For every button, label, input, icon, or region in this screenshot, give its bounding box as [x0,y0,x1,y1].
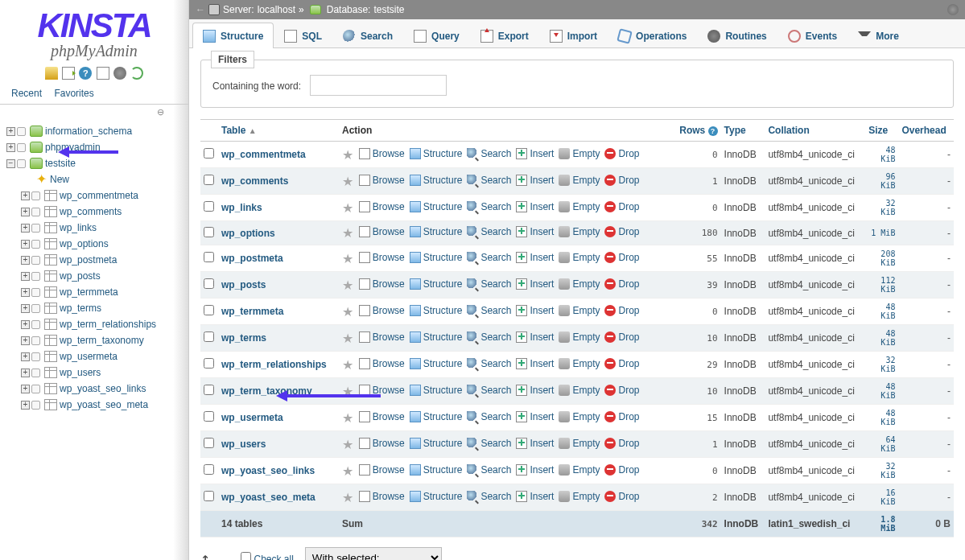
browse-action[interactable]: Browse [359,278,405,290]
insert-action[interactable]: Insert [516,491,554,502]
row-checkbox[interactable] [204,175,214,185]
favorite-star[interactable]: ★ [342,148,353,162]
col-collation[interactable]: Collation [765,120,865,142]
favorite-star[interactable]: ★ [342,464,353,478]
tab-operations[interactable]: Operations [608,23,697,48]
structure-action[interactable]: Structure [410,331,463,343]
tree-table-node[interactable]: +wp_yoast_seo_meta [5,397,188,413]
insert-action[interactable]: Insert [516,464,554,476]
favorite-star[interactable]: ★ [342,438,353,451]
collapse-icon[interactable]: − [6,159,15,168]
favorite-star[interactable]: ★ [342,305,353,319]
expand-icon[interactable]: + [21,320,30,329]
drop-action[interactable]: Drop [604,226,639,237]
page-settings-icon[interactable] [947,4,959,15]
insert-action[interactable]: Insert [516,331,554,343]
search-action[interactable]: Search [467,278,511,290]
col-overhead[interactable]: Overhead [898,120,954,142]
search-action[interactable]: Search [467,252,511,263]
tree-table-node[interactable]: +wp_usermeta [5,348,188,364]
table-name-link[interactable]: wp_termmeta [221,306,283,317]
db-node-testsite[interactable]: − testsite [5,155,188,171]
drop-action[interactable]: Drop [604,278,639,290]
col-size[interactable]: Size [865,120,898,142]
drop-action[interactable]: Drop [604,385,639,396]
structure-action[interactable]: Structure [410,201,463,212]
expand-icon[interactable]: + [21,191,30,200]
empty-action[interactable]: Empty [559,438,600,449]
insert-action[interactable]: Insert [516,385,554,396]
empty-action[interactable]: Empty [559,252,600,263]
search-action[interactable]: Search [467,438,511,449]
row-checkbox[interactable] [204,438,214,448]
expand-icon[interactable]: + [21,352,30,361]
expand-icon[interactable]: + [6,127,15,136]
structure-action[interactable]: Structure [410,305,463,316]
row-checkbox[interactable] [204,148,214,159]
structure-action[interactable]: Structure [410,491,463,502]
tree-table-node[interactable]: +wp_term_relationships [5,316,188,332]
row-checkbox[interactable] [204,464,214,475]
col-rows[interactable]: Rows ? [673,120,721,142]
expand-icon[interactable]: + [21,272,30,281]
with-selected-dropdown[interactable]: With selected: [305,547,442,560]
empty-action[interactable]: Empty [559,148,600,159]
drop-action[interactable]: Drop [604,331,639,343]
structure-action[interactable]: Structure [410,175,463,186]
tree-table-node[interactable]: +wp_links [5,220,188,236]
row-checkbox[interactable] [204,358,214,369]
table-name-link[interactable]: wp_posts [221,279,266,290]
tree-table-node[interactable]: +wp_commentmeta [5,187,188,204]
nav-back-icon[interactable]: ← [196,4,205,15]
table-name-link[interactable]: wp_term_taxonomy [221,385,312,397]
row-checkbox[interactable] [204,252,214,262]
drop-action[interactable]: Drop [604,438,639,449]
tree-table-node[interactable]: +wp_users [5,364,188,381]
tab-query[interactable]: Query [403,23,470,48]
browse-action[interactable]: Browse [359,358,405,369]
tab-structure[interactable]: Structure [192,23,274,48]
insert-action[interactable]: Insert [516,358,554,369]
drop-action[interactable]: Drop [604,305,639,316]
db-node-information-schema[interactable]: + information_schema [5,123,188,139]
expand-icon[interactable]: + [21,369,30,377]
row-checkbox[interactable] [204,305,214,315]
expand-icon[interactable]: + [6,143,15,152]
structure-action[interactable]: Structure [410,278,463,290]
help-icon[interactable]: ? [79,67,92,80]
table-name-link[interactable]: wp_comments [221,175,288,187]
insert-action[interactable]: Insert [516,438,554,449]
structure-action[interactable]: Structure [410,358,463,369]
row-checkbox[interactable] [204,201,214,212]
table-name-link[interactable]: wp_commentmeta [221,149,306,160]
insert-action[interactable]: Insert [516,226,554,237]
insert-action[interactable]: Insert [516,278,554,290]
browse-action[interactable]: Browse [359,464,405,476]
favorite-star[interactable]: ★ [342,491,353,504]
expand-icon[interactable]: + [21,240,30,249]
structure-action[interactable]: Structure [410,252,463,263]
browse-action[interactable]: Browse [359,305,405,316]
empty-action[interactable]: Empty [559,226,600,237]
drop-action[interactable]: Drop [604,491,639,502]
favorite-star[interactable]: ★ [342,226,353,240]
expand-icon[interactable]: + [21,208,30,216]
browse-action[interactable]: Browse [359,226,405,237]
browse-action[interactable]: Browse [359,411,405,422]
insert-action[interactable]: Insert [516,201,554,212]
empty-action[interactable]: Empty [559,201,600,212]
tab-sql[interactable]: SQL [274,23,332,48]
expand-icon[interactable]: + [21,304,30,313]
drop-action[interactable]: Drop [604,252,639,263]
structure-action[interactable]: Structure [410,464,463,476]
home-icon[interactable] [45,67,58,80]
server-link[interactable]: localhost [258,4,295,15]
row-checkbox[interactable] [204,331,214,342]
insert-action[interactable]: Insert [516,305,554,316]
drop-action[interactable]: Drop [604,175,639,186]
tab-more[interactable]: More [847,23,909,48]
filter-input[interactable] [310,75,447,96]
insert-action[interactable]: Insert [516,252,554,263]
search-action[interactable]: Search [467,148,511,159]
expand-icon[interactable]: + [21,401,30,410]
